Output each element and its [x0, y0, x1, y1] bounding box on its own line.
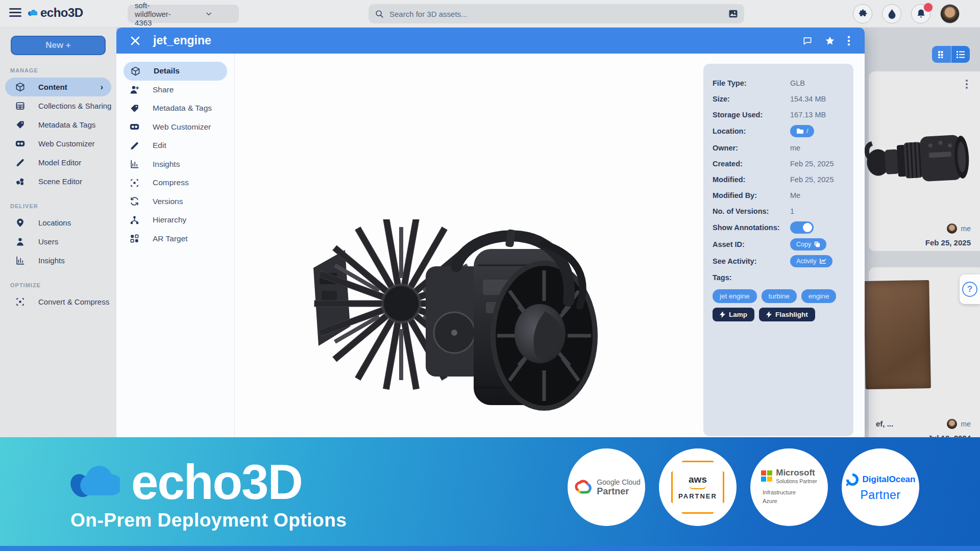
tab-edit[interactable]: Edit — [116, 136, 234, 155]
topbar-actions — [853, 4, 960, 23]
sidebar: New + MANAGE Content › Collections & Sha… — [0, 28, 116, 437]
tab-hierarchy[interactable]: Hierarchy — [116, 211, 234, 230]
tab-web-customizer[interactable]: Web Customizer — [116, 118, 234, 137]
digitalocean-icon — [846, 473, 859, 486]
card-title: ef, ... — [876, 419, 893, 428]
tab-share[interactable]: Share — [116, 81, 234, 99]
help-button[interactable]: ? — [960, 274, 980, 304]
asset-card[interactable]: me Feb 25, 2025 — [869, 71, 980, 251]
top-bar: echo3D soft-wildflower-4363 — [0, 0, 980, 28]
tag-icon — [130, 104, 139, 113]
flash-icon — [766, 311, 772, 318]
kebab-menu-icon[interactable] — [847, 36, 850, 46]
sidebar-item-metadata[interactable]: Metadata & Tags — [0, 115, 116, 134]
tag-pill-category[interactable]: Lamp — [713, 308, 754, 321]
star-icon[interactable] — [825, 36, 835, 46]
user-avatar[interactable] — [940, 4, 960, 23]
versions-value: 1 — [790, 207, 794, 215]
tab-details[interactable]: Details — [124, 62, 227, 81]
echo3d-cloud-logo — [69, 462, 120, 503]
folder-icon — [796, 128, 803, 134]
notification-badge — [923, 3, 933, 12]
tab-compress[interactable]: Compress — [116, 173, 234, 192]
tag-pill-category[interactable]: Flashlight — [759, 308, 815, 321]
banner-brand-text: echo3D — [131, 458, 302, 507]
sidebar-item-convert-compress[interactable]: Convert & Compress — [0, 292, 116, 311]
comment-icon[interactable] — [802, 36, 813, 46]
card-menu-icon[interactable] — [966, 80, 968, 90]
modal-menu: Details Share Metadata & Tags Web Custom… — [116, 54, 235, 437]
sidebar-item-model-editor[interactable]: Model Editor — [0, 153, 116, 172]
tab-versions[interactable]: Versions — [116, 192, 234, 211]
activity-button[interactable]: Activity — [790, 255, 832, 267]
puzzle-icon — [858, 9, 868, 19]
sidebar-item-collections[interactable]: Collections & Sharing — [0, 96, 116, 115]
compress-icon — [15, 297, 25, 307]
model-viewer-3d[interactable] — [235, 54, 712, 437]
compress-icon — [130, 178, 139, 188]
card-date: Jul 19, 2024 — [928, 434, 971, 437]
table-icon — [15, 101, 25, 111]
sidebar-item-locations[interactable]: Locations — [0, 213, 116, 232]
integrations-button[interactable] — [853, 4, 872, 23]
user-icon — [15, 237, 25, 246]
tab-metadata-tags[interactable]: Metadata & Tags — [116, 99, 234, 118]
partner-badges: Google Cloud Partner aws PARTNER Microso… — [568, 448, 919, 526]
tags-list: jet engine turbine engine Lamp Flashligh… — [713, 289, 844, 321]
cube-icon — [131, 66, 140, 76]
search-input[interactable] — [389, 10, 723, 18]
app-logo[interactable]: echo3D — [28, 6, 83, 20]
new-button[interactable]: New + — [11, 36, 106, 55]
view-toggle — [932, 46, 970, 63]
annotations-toggle[interactable] — [790, 221, 814, 234]
see-activity-label: See Activity: — [713, 257, 790, 265]
versions-icon — [130, 196, 139, 206]
sidebar-item-content[interactable]: Content › — [5, 78, 111, 96]
modified-label: Modified: — [713, 176, 790, 184]
storage-value: 167.13 MB — [790, 111, 826, 119]
image-search-icon[interactable] — [728, 10, 738, 18]
flash-icon — [720, 311, 725, 318]
tab-ar-target[interactable]: AR Target — [116, 230, 234, 248]
modified-value: Feb 25, 2025 — [790, 176, 834, 184]
location-label: Location: — [713, 127, 790, 135]
asset-id-label: Asset ID: — [713, 240, 790, 248]
location-button[interactable]: / — [790, 125, 814, 137]
chart-icon — [820, 258, 826, 264]
sidebar-item-users[interactable]: Users — [0, 232, 116, 251]
scene-icon — [15, 177, 25, 186]
notifications-button[interactable] — [911, 4, 930, 23]
tags-label: Tags: — [713, 273, 790, 282]
sidebar-item-web-customizer[interactable]: Web Customizer — [0, 134, 116, 153]
search-bar[interactable] — [369, 4, 744, 23]
copy-icon — [814, 241, 820, 247]
sidebar-item-scene-editor[interactable]: Scene Editor — [0, 172, 116, 191]
card-date: Feb 25, 2025 — [925, 238, 971, 247]
hamburger-menu-icon[interactable] — [9, 8, 21, 18]
microsoft-logo-icon — [761, 470, 772, 482]
versions-label: No. of Versions: — [713, 207, 790, 215]
sidebar-item-insights[interactable]: Insights — [0, 251, 116, 270]
owner-avatar — [947, 223, 957, 234]
modified-by-value: Me — [790, 191, 800, 199]
google-cloud-icon — [572, 479, 593, 495]
modal-title: jet_engine — [153, 34, 211, 47]
owner-avatar — [947, 419, 957, 429]
pencil-icon — [15, 158, 25, 167]
usage-button[interactable] — [882, 4, 901, 23]
project-dropdown[interactable]: soft-wildflower-4363 — [128, 5, 239, 23]
list-view-button[interactable] — [951, 46, 970, 63]
storage-label: Storage Used: — [713, 111, 790, 119]
owner-value: me — [790, 144, 800, 152]
file-type-label: File Type: — [713, 79, 790, 87]
user-plus-icon — [130, 85, 139, 94]
close-icon[interactable] — [131, 36, 140, 45]
hierarchy-icon — [130, 215, 139, 225]
grid-view-button[interactable] — [932, 46, 951, 63]
tab-insights[interactable]: Insights — [116, 155, 234, 174]
tag-pill[interactable]: engine — [801, 289, 837, 303]
asset-grid-background: me Feb 25, 2025 ef, ... me Jul 19, 2024 … — [865, 28, 980, 437]
copy-asset-id-button[interactable]: Copy — [790, 238, 826, 251]
tag-pill[interactable]: turbine — [762, 289, 797, 303]
tag-pill[interactable]: jet engine — [713, 289, 757, 303]
